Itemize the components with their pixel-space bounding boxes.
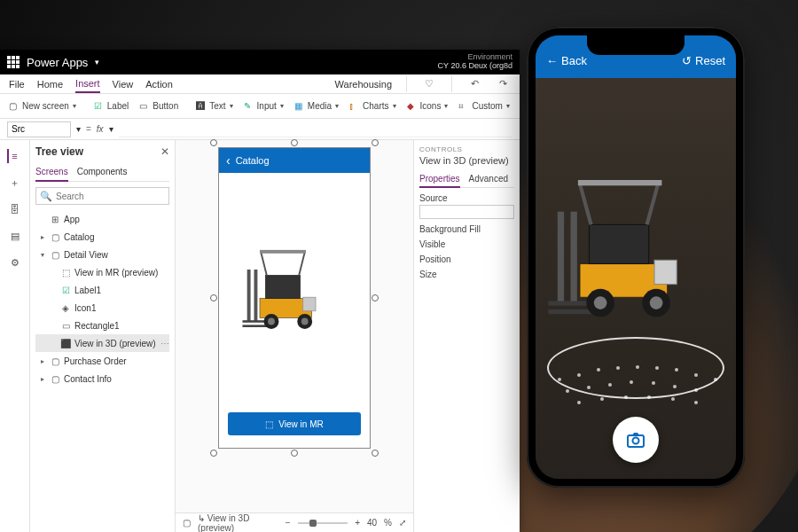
zoom-slider[interactable] bbox=[298, 522, 348, 524]
svg-point-29 bbox=[633, 438, 639, 444]
screen-title: Catalog bbox=[236, 155, 270, 166]
titlebar: Power Apps ▾ Environment CY 20.6 Deux (o… bbox=[0, 50, 520, 74]
zoom-out-icon[interactable]: − bbox=[286, 518, 291, 528]
svg-line-2 bbox=[261, 253, 267, 276]
search-icon: 🔍 bbox=[40, 191, 52, 202]
menu-file[interactable]: File bbox=[9, 79, 25, 90]
rail-data-icon[interactable]: 🗄 bbox=[8, 202, 22, 216]
reset-button[interactable]: ↺ Reset bbox=[682, 54, 725, 67]
svg-rect-1 bbox=[266, 276, 301, 299]
tree-search[interactable]: 🔍 bbox=[35, 187, 169, 205]
redo-icon[interactable]: ↷ bbox=[495, 76, 511, 92]
phone-mockup: ← Back ↺ Reset bbox=[527, 27, 745, 488]
tree-node-catalog[interactable]: ▸▢Catalog bbox=[35, 228, 169, 246]
insert-aibuilder-button[interactable]: ✦AI Builder▾ bbox=[517, 99, 520, 113]
tree-node-purchase[interactable]: ▸▢Purchase Order bbox=[35, 352, 169, 370]
undo-icon[interactable]: ↶ bbox=[466, 76, 482, 92]
rail-tree-icon[interactable]: ≡ bbox=[7, 149, 21, 163]
app-launcher-icon[interactable] bbox=[7, 56, 20, 68]
rail-insert-icon[interactable]: ＋ bbox=[8, 176, 22, 190]
tree-node-detail[interactable]: ▾▢Detail View bbox=[35, 246, 169, 263]
svg-line-16 bbox=[580, 184, 591, 224]
menu-view[interactable]: View bbox=[113, 79, 134, 90]
menu-insert[interactable]: Insert bbox=[75, 78, 100, 93]
fx-label: fx bbox=[97, 124, 104, 134]
left-rail: ≡ ＋ 🗄 ▤ ⚙ bbox=[0, 140, 30, 532]
prop-size-label: Size bbox=[419, 270, 514, 279]
property-selector[interactable] bbox=[7, 121, 71, 137]
app-checker-icon[interactable]: ♡ bbox=[421, 76, 437, 92]
insert-icons-button[interactable]: ◆Icons▾ bbox=[403, 99, 452, 113]
product-chevron-icon[interactable]: ▾ bbox=[95, 58, 99, 66]
prop-position-label: Position bbox=[419, 254, 514, 264]
product-name: Power Apps bbox=[27, 56, 88, 69]
insert-text-button[interactable]: 🅰Text▾ bbox=[192, 99, 236, 113]
tree-node-view3d[interactable]: ⬛View in 3D (preview)⋯ bbox=[35, 334, 169, 352]
menu-action[interactable]: Action bbox=[145, 79, 173, 90]
svg-rect-13 bbox=[303, 297, 316, 311]
prop-source-label: Source bbox=[419, 193, 514, 203]
device-preview[interactable]: ‹ Catalog bbox=[218, 147, 371, 449]
view-in-mr-button[interactable]: ⬚ View in MR bbox=[228, 412, 361, 435]
insert-media-button[interactable]: ▦Media▾ bbox=[291, 99, 342, 113]
cube-icon: ⬚ bbox=[265, 419, 273, 429]
rail-advanced-icon[interactable]: ⚙ bbox=[8, 255, 22, 270]
canvas[interactable]: ‹ Catalog bbox=[176, 140, 413, 532]
svg-point-10 bbox=[268, 318, 275, 325]
insert-input-button[interactable]: ✎Input▾ bbox=[240, 99, 287, 113]
formula-input[interactable] bbox=[119, 121, 512, 137]
rail-media-icon[interactable]: ▤ bbox=[8, 229, 22, 243]
prop-visible-label: Visible bbox=[419, 239, 514, 249]
search-input[interactable] bbox=[56, 192, 168, 201]
tree-node-rect1[interactable]: ▭Rectangle1 bbox=[35, 317, 169, 334]
screen-header: ‹ Catalog bbox=[219, 148, 370, 173]
tab-properties[interactable]: Properties bbox=[419, 171, 460, 188]
forklift-3d-model bbox=[237, 235, 352, 350]
view-in-3d-control[interactable] bbox=[237, 173, 352, 412]
menu-home[interactable]: Home bbox=[37, 79, 63, 90]
tree-title: Tree view bbox=[35, 145, 83, 158]
camera-icon bbox=[625, 429, 646, 450]
environment-picker[interactable]: Environment CY 20.6 Deux (org8d bbox=[438, 53, 512, 71]
tree-node-icon1[interactable]: ◈Icon1 bbox=[35, 299, 169, 317]
svg-rect-20 bbox=[571, 212, 577, 303]
capture-button[interactable] bbox=[613, 417, 659, 463]
ar-forklift-model[interactable] bbox=[543, 161, 729, 348]
tab-advanced[interactable]: Advanced bbox=[469, 171, 508, 187]
properties-panel: CONTROLS View in 3D (preview) Properties… bbox=[413, 140, 520, 532]
new-screen-button[interactable]: ▢New screen▾ bbox=[5, 99, 80, 113]
insert-button-button[interactable]: ▭Button bbox=[136, 99, 182, 113]
powerapps-editor-window: Power Apps ▾ Environment CY 20.6 Deux (o… bbox=[0, 50, 520, 532]
tree-node-viewmr[interactable]: ⬚View in MR (preview) bbox=[35, 263, 169, 281]
tree-node-label1[interactable]: ☑Label1 bbox=[35, 281, 169, 299]
insert-charts-button[interactable]: ⫿Charts▾ bbox=[346, 99, 399, 113]
formula-bar: ▾ = fx ▾ bbox=[0, 119, 520, 140]
ar-scene[interactable] bbox=[536, 78, 736, 479]
tab-components[interactable]: Components bbox=[77, 163, 128, 181]
fit-icon[interactable]: ⤢ bbox=[399, 518, 406, 528]
breadcrumb[interactable]: ↳ View in 3D (preview) bbox=[198, 513, 271, 533]
tree-node-app[interactable]: ⊞App bbox=[35, 210, 169, 228]
svg-line-3 bbox=[299, 253, 305, 276]
tab-screens[interactable]: Screens bbox=[35, 163, 68, 182]
tree-node-contact[interactable]: ▸▢Contact Info bbox=[35, 370, 169, 387]
close-icon[interactable]: ✕ bbox=[160, 145, 169, 158]
insert-custom-button[interactable]: ⌗Custom▾ bbox=[455, 99, 512, 113]
reset-icon: ↺ bbox=[682, 54, 692, 67]
back-chevron-icon[interactable]: ‹ bbox=[226, 153, 231, 168]
prop-source-input[interactable] bbox=[419, 205, 514, 219]
back-arrow-icon: ← bbox=[546, 54, 558, 67]
prop-bgfill-label: Background Fill bbox=[419, 224, 514, 234]
canvas-footer: ▢ ↳ View in 3D (preview) − + 40 % ⤢ bbox=[176, 512, 413, 532]
back-button[interactable]: ← Back bbox=[546, 54, 587, 67]
svg-point-24 bbox=[594, 296, 607, 309]
panel-section-label: CONTROLS bbox=[419, 145, 514, 153]
menubar: File Home Insert View Action Warehousing… bbox=[0, 74, 520, 94]
zoom-in-icon[interactable]: + bbox=[355, 518, 360, 528]
insert-label-button[interactable]: ☑Label bbox=[90, 99, 132, 113]
svg-line-17 bbox=[647, 184, 659, 224]
phone-notch bbox=[587, 35, 685, 55]
svg-rect-6 bbox=[254, 270, 258, 322]
svg-rect-18 bbox=[578, 180, 662, 185]
tree-view-panel: Tree view✕ Screens Components 🔍 ⊞App ▸▢C… bbox=[30, 140, 176, 532]
